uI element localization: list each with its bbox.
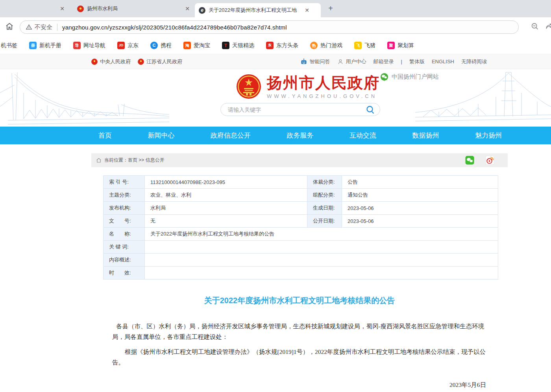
article-title: 关于2022年度扬州市水利工程文明工地考核结果的公告	[91, 295, 508, 306]
index-number: 11321000014407098E-2023-095	[145, 176, 307, 189]
site-title: 扬州市人民政府	[267, 74, 380, 92]
article-date: 2023年5月6日	[91, 381, 486, 389]
nav-news[interactable]: 新闻中心	[148, 131, 175, 140]
table-row: 名 称: 关于2022年度扬州市水利工程文明工地考核结果的公告	[104, 228, 498, 241]
home-icon[interactable]	[5, 22, 14, 33]
juhuasuan-icon: 聚	[387, 42, 395, 49]
nav-data-yangzhou[interactable]: 数据扬州	[412, 131, 439, 140]
bookmark-eastday[interactable]: 东 东方头条	[266, 42, 298, 49]
bookmark-juhuasuan[interactable]: 聚 聚划算	[387, 42, 414, 49]
wechat-share-icon[interactable]	[465, 156, 474, 165]
search-icon[interactable]	[366, 105, 375, 114]
site-banner: 扬州市人民政府 WWW.YANGZHOU.GOV.CN 中国扬州门户网站	[0, 69, 551, 127]
nav-charm-yangzhou[interactable]: 魅力扬州	[475, 131, 502, 140]
warning-triangle-icon	[26, 24, 32, 30]
divider: |	[401, 59, 402, 64]
article-paragraph: 各县（市、区）水利（务）局，扬州经济开发区城乡事务管理局，生态科技新城规划建设局…	[112, 321, 486, 342]
share-icon[interactable]	[545, 22, 551, 32]
site-url: WWW.YANGZHOU.GOV.CN	[267, 93, 380, 99]
bridge-artwork-left	[0, 69, 169, 127]
link-user-center[interactable]: 用户中心	[337, 58, 366, 65]
ctrip-icon: C	[150, 42, 158, 49]
tab-active-announcement[interactable]: e 关于2022年度扬州市水利工程文明工地 ✕	[195, 3, 321, 17]
document-name: 关于2022年度扬州市水利工程文明工地考核结果的公告	[145, 228, 498, 241]
table-row: 主题分类: 农业、林业、水利 组配分类: 通知公告	[104, 189, 498, 202]
breadcrumb-label[interactable]: 当前位置：首页 >> 信息公开	[104, 157, 165, 164]
table-row: 时 效:	[104, 267, 498, 280]
link-english[interactable]: ENGLISH	[432, 59, 454, 64]
link-central-gov[interactable]: 中央人民政府	[91, 58, 131, 65]
bookmark-ctrip[interactable]: C 携程	[150, 42, 172, 49]
close-icon[interactable]: ✕	[303, 6, 311, 14]
national-emblem-icon	[91, 59, 98, 65]
tab-title: 关于2022年度扬州市水利工程文明工地	[209, 7, 303, 14]
main-nav: 首页 新闻中心 政府信息公开 政务服务 互动交流 数据扬州 魅力扬州	[0, 127, 551, 144]
portal-label: 中国扬州门户网站	[392, 73, 439, 81]
portal-tag[interactable]: 中国扬州门户网站	[380, 73, 439, 81]
bookmark-site-nav[interactable]: 导 网址导航	[73, 42, 105, 49]
bookmarks-bar: 机书签 册 新机手册 导 网址导航 JD 京东 C 携程 淘 爱淘宝 T 天猫精…	[0, 37, 551, 54]
nav-services[interactable]: 政务服务	[287, 131, 314, 140]
jd-icon: JD	[117, 42, 125, 49]
tab-yangzhou-water-bureau[interactable]: ★ 扬州市水利局 ✕	[77, 0, 194, 17]
url-text: yangzhou.gov.cn/yzszxxgk/slj/202305/210c…	[62, 24, 287, 31]
close-icon[interactable]: ✕	[183, 5, 191, 13]
zoom-out-icon[interactable]	[531, 22, 539, 32]
link-accessibility[interactable]: 无障碍阅读	[461, 58, 487, 65]
table-row: 关 键 词:	[104, 241, 498, 254]
tab-title: 扬州市水利局	[87, 5, 178, 12]
search-box[interactable]	[220, 103, 380, 116]
manual-icon: 册	[29, 42, 37, 49]
national-emblem-favicon: ★	[77, 6, 84, 12]
bookmark-games[interactable]: 热 热门游戏	[310, 42, 342, 49]
national-emblem-logo	[236, 74, 261, 99]
robot-icon	[300, 59, 307, 65]
link-traditional-chinese[interactable]: 繁体版	[409, 58, 425, 65]
bookmark-tmall[interactable]: T 天猫精选	[222, 42, 254, 49]
bookmark-jd[interactable]: JD 京东	[117, 42, 139, 49]
close-icon[interactable]: ✕	[58, 5, 66, 13]
site-identity[interactable]: 扬州市人民政府 WWW.YANGZHOU.GOV.CN	[236, 74, 380, 99]
breadcrumb: 当前位置：首页 >> 信息公开	[91, 153, 508, 167]
browser-logo-favicon: e	[199, 7, 205, 14]
new-tab-button[interactable]: +	[325, 3, 336, 14]
home-icon	[96, 158, 102, 163]
bookmark-fliggy[interactable]: 飞 飞猪	[354, 42, 375, 49]
content-area: 当前位置：首页 >> 信息公开 索 引 号: 11321000014407098…	[91, 153, 508, 392]
nav-info-disclosure[interactable]: 政府信息公开	[211, 131, 251, 140]
browser-toolbar: 不安全 yangzhou.gov.cn/yzszxxgk/slj/202305/…	[0, 17, 551, 37]
article-paragraph: 根据《扬州市水利工程文明工地建设管理办法》（扬水规[2019]1号），2022年…	[112, 346, 486, 368]
table-row: 文 号: 无 公开日期: 2023-05-06	[104, 215, 498, 228]
bookmark-aitaobao[interactable]: 淘 爱淘宝	[183, 42, 210, 49]
person-icon	[337, 59, 344, 65]
nav-home[interactable]: 首页	[98, 131, 112, 140]
address-bar[interactable]: 不安全 yangzhou.gov.cn/yzszxxgk/slj/202305/…	[20, 20, 519, 34]
link-mail-login[interactable]: 邮箱登录	[373, 58, 394, 65]
gov-top-bar: 中央人民政府 江苏省人民政府 智能问答 用户中心 邮箱登录 |	[0, 54, 551, 69]
security-chip[interactable]: 不安全	[26, 24, 52, 31]
metadata-table: 索 引 号: 11321000014407098E-2023-095 体裁分类:…	[103, 175, 498, 280]
weibo-share-icon[interactable]	[485, 156, 494, 165]
link-smart-qa[interactable]: 智能问答	[300, 58, 330, 65]
tmall-icon: T	[222, 42, 229, 49]
security-label: 不安全	[35, 24, 52, 31]
link-jiangsu-gov[interactable]: 江苏省人民政府	[138, 58, 182, 65]
fliggy-icon: 飞	[354, 42, 362, 49]
taobao-icon: 淘	[183, 42, 191, 49]
bookmark-manual[interactable]: 册 新机手册	[29, 42, 61, 49]
divider	[57, 24, 57, 31]
article-body: 各县（市、区）水利（务）局，扬州经济开发区城乡事务管理局，生态科技新城规划建设局…	[112, 321, 486, 368]
table-row: 发布机构: 水利局 生成日期: 2023-05-06	[104, 202, 498, 215]
wechat-icon	[380, 73, 388, 81]
browser-tab-bar: ✕ ★ 扬州市水利局 ✕ e 关于2022年度扬州市水利工程文明工地 ✕ +	[0, 0, 551, 17]
table-row: 内容概述:	[104, 254, 498, 267]
site-nav-icon: 导	[73, 42, 81, 49]
national-emblem-icon	[138, 59, 144, 65]
eastday-icon: 东	[266, 42, 274, 49]
search-input[interactable]	[228, 107, 366, 113]
nav-interaction[interactable]: 互动交流	[349, 131, 376, 140]
games-icon: 热	[310, 42, 318, 49]
table-row: 索 引 号: 11321000014407098E-2023-095 体裁分类:…	[104, 176, 498, 189]
bookmark-phone-bookmarks[interactable]: 机书签	[1, 42, 17, 49]
